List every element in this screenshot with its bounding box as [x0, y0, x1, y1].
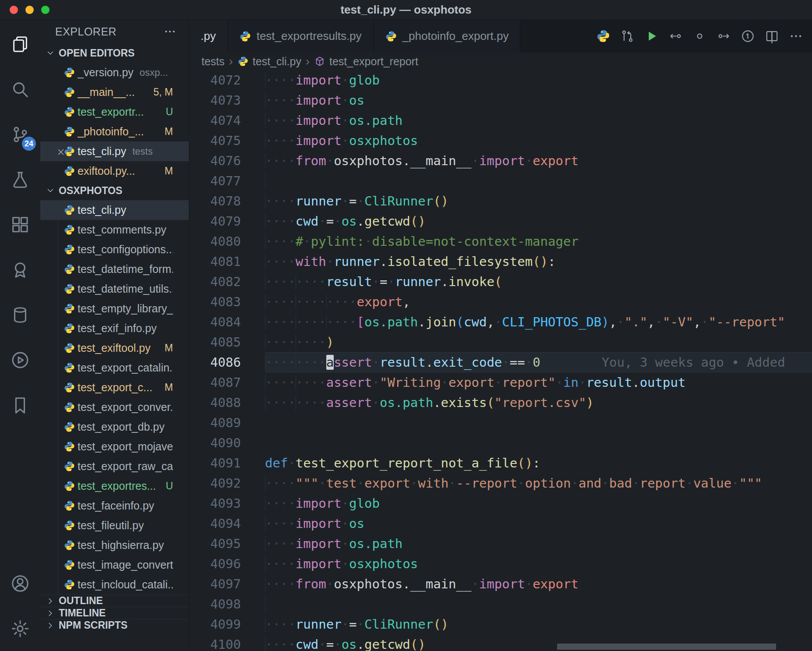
code-line[interactable]: 4077	[189, 171, 812, 191]
file-tree-item[interactable]: test_export_c...M	[40, 378, 189, 397]
code-line[interactable]: 4085········)	[189, 332, 812, 352]
accounts-button[interactable]	[0, 561, 40, 606]
line-number[interactable]: 4094	[189, 513, 265, 534]
code-line[interactable]: 4074····import·os.path	[189, 110, 812, 131]
line-number[interactable]: 4096	[189, 554, 265, 574]
open-editor-item[interactable]: exiftool.py...M	[40, 161, 189, 181]
file-tree-item[interactable]: test_image_convert...	[40, 555, 189, 575]
line-number[interactable]: 4093	[189, 493, 265, 513]
file-tree-item[interactable]: test_empty_library_...	[40, 299, 189, 318]
file-tree-item[interactable]: test_cli.py	[40, 200, 189, 220]
code-line[interactable]: 4076····from·osxphotos.__main__·import·e…	[189, 151, 812, 171]
line-number[interactable]: 4078	[189, 191, 265, 211]
line-number[interactable]: 4076	[189, 151, 265, 171]
code-line[interactable]: 4084············[os.path.join(cwd,·CLI_P…	[189, 312, 812, 332]
file-tree-item[interactable]: test_exif_info.py	[40, 318, 189, 338]
code-line[interactable]: 4083············export,	[189, 292, 812, 312]
code-line[interactable]: 4088········assert·os.path.exists("repor…	[189, 393, 812, 413]
gitlens-button[interactable]	[0, 247, 40, 292]
line-number[interactable]: 4100	[189, 634, 265, 651]
source-control-button[interactable]: 24	[0, 112, 40, 157]
storage-button[interactable]	[0, 292, 40, 337]
file-tree-item[interactable]: test_export_conver...	[40, 397, 189, 417]
file-tree-item[interactable]: test_fileutil.py	[40, 516, 189, 535]
minimize-window-button[interactable]	[25, 6, 34, 14]
file-tree-item[interactable]: test_incloud_catali...	[40, 575, 189, 594]
code-line[interactable]: 4098	[189, 594, 812, 614]
zoom-window-button[interactable]	[41, 6, 49, 14]
horizontal-scrollbar[interactable]	[557, 644, 776, 650]
line-number[interactable]: 4083	[189, 292, 265, 312]
open-editor-item[interactable]: test_exportr...U	[40, 102, 189, 122]
line-number[interactable]: 4099	[189, 614, 265, 634]
code-line[interactable]: 4092····"""·test·export·with·--report·op…	[189, 473, 812, 493]
editor-tab[interactable]: _photoinfo_export.py	[374, 20, 521, 53]
line-number[interactable]: 4077	[189, 171, 265, 191]
breadcrumb-item[interactable]: tests	[201, 55, 225, 68]
file-tree-item[interactable]: test_export_mojave...	[40, 437, 189, 456]
line-number[interactable]: 4098	[189, 594, 265, 614]
open-editor-item[interactable]: _version.pyosxp...	[40, 63, 189, 82]
code-line[interactable]: 4075····import·osxphotos	[189, 131, 812, 151]
line-number[interactable]: 4082	[189, 272, 265, 292]
code-line[interactable]: 4089	[189, 413, 812, 433]
code-line[interactable]: 4073····import·os	[189, 90, 812, 110]
code-editor[interactable]: 4072····import·glob4073····import·os4074…	[189, 70, 812, 651]
line-number[interactable]: 4072	[189, 70, 265, 90]
file-tree-item[interactable]: test_configoptions....	[40, 240, 189, 259]
section-npm-scripts[interactable]: NPM SCRIPTS	[40, 619, 189, 631]
code-line[interactable]: 4086········assert·result.exit_code·==·0…	[189, 352, 812, 372]
file-tree-item[interactable]: test_exportres...U	[40, 476, 189, 496]
run-recent-icon[interactable]	[738, 26, 758, 46]
open-editor-item[interactable]: _photoinfo_...M	[40, 122, 189, 142]
breadcrumb-item[interactable]: test_cli.py	[237, 55, 301, 68]
file-tree-item[interactable]: test_highsierra.py	[40, 535, 189, 555]
line-number[interactable]: 4088	[189, 393, 265, 413]
code-line[interactable]: 4090	[189, 433, 812, 453]
code-line[interactable]: 4094····import·os	[189, 513, 812, 534]
record-icon[interactable]	[689, 26, 710, 46]
line-number[interactable]: 4090	[189, 433, 265, 453]
python-interpreter-icon[interactable]	[593, 26, 613, 46]
section-timeline[interactable]: TIMELINE	[40, 607, 189, 619]
code-line[interactable]: 4096····import·osxphotos	[189, 554, 812, 574]
line-number[interactable]: 4095	[189, 534, 265, 554]
file-tree-item[interactable]: test_comments.py	[40, 220, 189, 240]
line-number[interactable]: 4086	[189, 352, 265, 372]
code-line[interactable]: 4079····cwd·=·os.getcwd()	[189, 211, 812, 231]
file-tree-item[interactable]: test_export_raw_ca...	[40, 456, 189, 476]
open-editor-item[interactable]: test_cli.pytests	[40, 142, 189, 161]
line-number[interactable]: 4073	[189, 90, 265, 110]
line-number[interactable]: 4089	[189, 413, 265, 433]
explorer-more-actions-icon[interactable]	[163, 25, 177, 38]
bookmarks-button[interactable]	[0, 382, 40, 428]
code-line[interactable]: 4082········result·=·runner.invoke(	[189, 272, 812, 292]
run-file-icon[interactable]	[641, 26, 661, 46]
explorer-button[interactable]	[0, 21, 40, 67]
code-line[interactable]: 4087········assert·"Writing·export·repor…	[189, 372, 812, 393]
line-number[interactable]: 4097	[189, 574, 265, 594]
line-number[interactable]: 4084	[189, 312, 265, 332]
code-line[interactable]: 4097····from·osxphotos.__main__·import·e…	[189, 574, 812, 594]
section-outline[interactable]: OUTLINE	[40, 594, 189, 607]
open-editor-item[interactable]: __main__...5, M	[40, 82, 189, 102]
code-line[interactable]: 4081····with·runner.isolated_filesystem(…	[189, 251, 812, 272]
code-line[interactable]: 4091def·test_export_report_not_a_file():	[189, 453, 812, 473]
file-tree-item[interactable]: test_exiftool.pyM	[40, 338, 189, 358]
split-editor-icon[interactable]	[762, 26, 782, 46]
code-line[interactable]: 4093····import·glob	[189, 493, 812, 513]
file-tree-item[interactable]: test_datetime_form...	[40, 259, 189, 279]
close-window-button[interactable]	[10, 6, 18, 14]
line-number[interactable]: 4087	[189, 372, 265, 393]
line-number[interactable]: 4079	[189, 211, 265, 231]
code-line[interactable]: 4095····import·os.path	[189, 534, 812, 554]
line-number[interactable]: 4085	[189, 332, 265, 352]
step-over-icon[interactable]	[713, 26, 734, 46]
run-circle-button[interactable]	[0, 337, 40, 382]
code-line[interactable]: 4099····runner·=·CliRunner()	[189, 614, 812, 634]
testing-button[interactable]	[0, 157, 40, 202]
line-number[interactable]: 4081	[189, 251, 265, 272]
line-number[interactable]: 4091	[189, 453, 265, 473]
extensions-button[interactable]	[0, 202, 40, 247]
search-button[interactable]	[0, 67, 40, 112]
